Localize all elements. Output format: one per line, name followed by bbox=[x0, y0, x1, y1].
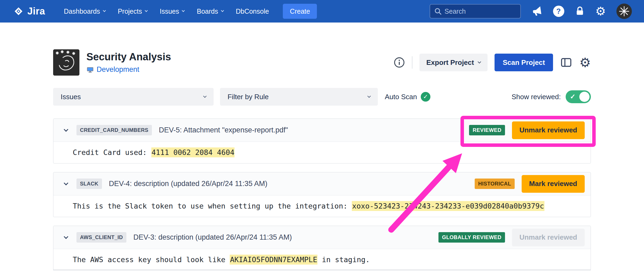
finding-card-credit-card: CREDIT_CARD_NUMBERS DEV-5: Attachment "e… bbox=[53, 118, 591, 164]
nav-item-issues[interactable]: Issues bbox=[160, 8, 184, 15]
project-titles: Security Analysis Development bbox=[86, 51, 171, 74]
filter-by-rule-dropdown[interactable]: Filter by Rule bbox=[220, 88, 378, 106]
rule-badge: SLACK bbox=[76, 179, 102, 189]
filters-row: Issues Filter by Rule Auto Scan ✓ Show r… bbox=[53, 88, 591, 106]
mark-reviewed-button[interactable]: Mark reviewed bbox=[522, 175, 585, 193]
status-badge: GLOBALLY REVIEWED bbox=[438, 232, 505, 243]
announcements-button[interactable] bbox=[531, 5, 543, 17]
export-project-label: Export Project bbox=[426, 58, 474, 67]
main-content: Security Analysis Development bbox=[53, 49, 591, 271]
check-circle-icon: ✓ bbox=[421, 92, 430, 102]
finding-header: CREDIT_CARD_NUMBERS DEV-5: Attachment "e… bbox=[53, 119, 591, 142]
rule-badge: CREDIT_CARD_NUMBERS bbox=[76, 125, 152, 135]
finding-title: DEV-3: description (updated 26/Apr/24 11… bbox=[133, 233, 292, 242]
collapse-chevron-icon[interactable] bbox=[63, 237, 69, 238]
finding-title: DEV-5: Attachment "expense-report.pdf" bbox=[159, 126, 288, 134]
scan-project-button[interactable]: Scan Project bbox=[495, 54, 553, 71]
nav-item-projects[interactable]: Projects bbox=[118, 8, 147, 15]
nav-item-boards[interactable]: Boards bbox=[197, 8, 223, 15]
chevron-down-icon bbox=[182, 9, 185, 12]
body-text-prefix: The AWS access key should look like bbox=[73, 255, 230, 264]
project-header: Security Analysis Development bbox=[53, 49, 591, 76]
search-input[interactable] bbox=[445, 8, 517, 15]
security-button[interactable] bbox=[575, 6, 585, 17]
project-avatar-image bbox=[53, 49, 79, 76]
export-project-button[interactable]: Export Project bbox=[419, 54, 488, 71]
body-text-prefix: This is the Slack token to use when sett… bbox=[73, 202, 352, 210]
nav-item-label: Projects bbox=[118, 8, 142, 15]
detected-secret: AKIAIO5FODNN7EXAMPLE bbox=[230, 255, 317, 265]
chevron-down-icon bbox=[203, 94, 207, 98]
vertical-divider bbox=[412, 56, 412, 69]
user-avatar[interactable] bbox=[616, 3, 632, 19]
show-reviewed-toggle[interactable]: ✓ bbox=[566, 90, 591, 103]
unmark-reviewed-button-disabled[interactable]: Unmark reviewed bbox=[512, 229, 585, 246]
finding-actions: REVIEWED Unmark reviewed bbox=[469, 121, 585, 139]
gear-icon: ⚙ bbox=[595, 5, 606, 17]
chevron-down-icon bbox=[145, 9, 148, 12]
issues-dropdown-label: Issues bbox=[61, 93, 81, 101]
nav-item-label: Boards bbox=[197, 8, 218, 15]
layout-panel-icon bbox=[560, 56, 572, 69]
show-reviewed-control: Show reviewed: ✓ bbox=[511, 90, 591, 103]
question-mark-icon: ? bbox=[553, 6, 564, 17]
nav-item-label: Dashboards bbox=[64, 8, 100, 15]
settings-button[interactable]: ⚙ bbox=[595, 5, 606, 17]
chevron-down-icon bbox=[64, 127, 68, 132]
search-icon bbox=[434, 7, 442, 15]
create-button[interactable]: Create bbox=[283, 4, 317, 19]
project-avatar bbox=[53, 49, 79, 76]
project-link[interactable]: Development bbox=[97, 65, 139, 74]
lock-icon bbox=[575, 6, 585, 17]
project-breadcrumb[interactable]: Development bbox=[86, 65, 171, 74]
jira-security-analysis-page: Jira Dashboards Projects Issues Boards D… bbox=[0, 0, 644, 271]
finding-actions: GLOBALLY REVIEWED Unmark reviewed bbox=[438, 229, 585, 246]
finding-body: Credit Card used: 4111 0062 2084 4604 bbox=[53, 142, 591, 163]
help-button[interactable]: ? bbox=[553, 6, 564, 17]
search-box[interactable] bbox=[430, 4, 521, 18]
header-actions: Export Project Scan Project ⚙ bbox=[394, 54, 591, 71]
side-panel-button[interactable] bbox=[560, 56, 572, 69]
nav-item-label: Issues bbox=[160, 8, 179, 15]
chevron-down-icon bbox=[367, 94, 371, 98]
nav-item-dbconsole[interactable]: DbConsole bbox=[236, 8, 269, 15]
unmark-reviewed-button[interactable]: Unmark reviewed bbox=[512, 121, 585, 139]
issues-dropdown[interactable]: Issues bbox=[53, 88, 214, 106]
status-badge: REVIEWED bbox=[469, 125, 505, 135]
finding-body: This is the Slack token to use when sett… bbox=[53, 195, 591, 217]
finding-header: SLACK DEV-4: description (updated 26/Apr… bbox=[53, 172, 591, 195]
bottom-divider bbox=[53, 269, 591, 270]
chevron-down-icon bbox=[103, 9, 106, 12]
nav-menu: Dashboards Projects Issues Boards DbCons… bbox=[64, 8, 269, 15]
project-settings-button[interactable]: ⚙ bbox=[579, 56, 591, 69]
auto-scan-status: Auto Scan ✓ bbox=[385, 92, 430, 102]
top-nav: Jira Dashboards Projects Issues Boards D… bbox=[0, 0, 644, 23]
collapse-chevron-icon[interactable] bbox=[63, 183, 69, 185]
body-text-prefix: Credit Card used: bbox=[73, 148, 151, 157]
finding-title: DEV-4: description (updated 26/Apr/24 11… bbox=[109, 180, 268, 188]
monitor-icon bbox=[86, 66, 94, 73]
chevron-down-icon bbox=[221, 9, 224, 12]
nav-item-dashboards[interactable]: Dashboards bbox=[64, 8, 105, 15]
gear-icon: ⚙ bbox=[579, 56, 591, 69]
rule-badge: AWS_CLIENT_ID bbox=[76, 232, 126, 243]
findings-list: CREDIT_CARD_NUMBERS DEV-5: Attachment "e… bbox=[53, 118, 591, 271]
toggle-knob bbox=[579, 92, 590, 102]
finding-header: AWS_CLIENT_ID DEV-3: description (update… bbox=[53, 226, 591, 249]
finding-actions: HISTORICAL Mark reviewed bbox=[475, 175, 585, 193]
avatar-icon bbox=[616, 3, 632, 19]
page-title: Security Analysis bbox=[86, 51, 171, 63]
rule-dropdown-label: Filter by Rule bbox=[228, 93, 269, 101]
info-button[interactable] bbox=[394, 57, 405, 68]
brand-name: Jira bbox=[27, 6, 45, 17]
detected-secret: 4111 0062 2084 4604 bbox=[151, 147, 235, 157]
question-glyph: ? bbox=[556, 7, 561, 16]
megaphone-icon bbox=[531, 5, 543, 17]
collapse-chevron-icon[interactable] bbox=[63, 129, 69, 131]
chevron-down-icon bbox=[64, 181, 68, 185]
jira-logo[interactable]: Jira bbox=[13, 6, 45, 17]
detected-secret: xoxo-523423-234243-234233-e039d02840a0b9… bbox=[352, 201, 544, 211]
chevron-down-icon bbox=[64, 234, 68, 239]
body-text-suffix: in staging. bbox=[317, 255, 370, 264]
finding-card-aws: AWS_CLIENT_ID DEV-3: description (update… bbox=[53, 226, 591, 271]
